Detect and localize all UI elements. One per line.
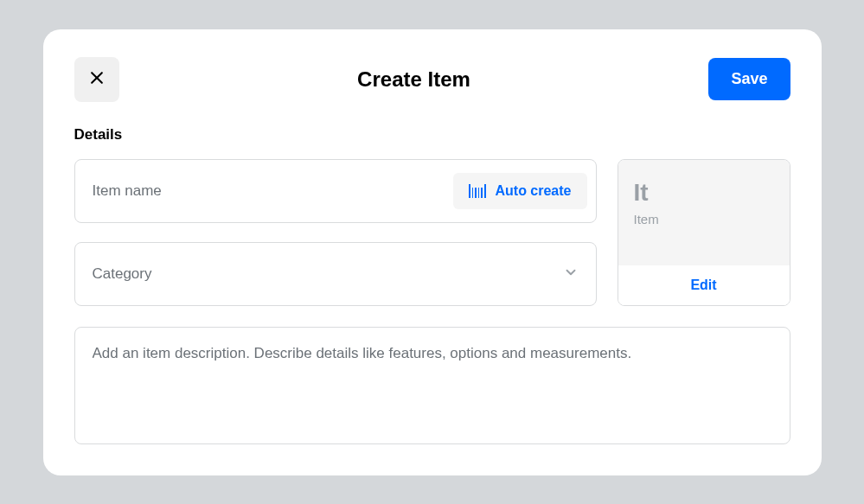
close-icon (88, 69, 106, 89)
details-left: Auto create Category (74, 159, 597, 306)
details-row: Auto create Category It Item Ed (74, 159, 790, 306)
edit-button[interactable]: Edit (690, 278, 716, 293)
close-button[interactable] (74, 57, 119, 102)
preview-abbrev: It (634, 179, 774, 207)
modal-header: Create Item Save (74, 57, 790, 102)
item-preview-card: It Item Edit (618, 159, 790, 306)
item-name-input[interactable] (93, 182, 454, 200)
create-item-modal: Create Item Save Details Auto create Cat… (43, 29, 822, 475)
auto-create-button[interactable]: Auto create (453, 173, 586, 209)
category-select[interactable]: Category (93, 265, 587, 282)
page-title: Create Item (357, 67, 470, 92)
preview-bottom: Edit (618, 265, 790, 305)
preview-top: It Item (618, 160, 790, 265)
preview-type-label: Item (634, 212, 774, 226)
description-input[interactable] (93, 345, 772, 423)
save-button[interactable]: Save (708, 58, 790, 100)
details-heading: Details (74, 126, 790, 144)
auto-create-label: Auto create (495, 183, 571, 199)
category-field-wrap: Category (74, 242, 597, 306)
item-name-field-wrap: Auto create (74, 159, 597, 223)
description-field-wrap (74, 327, 790, 444)
barcode-icon (469, 184, 486, 198)
